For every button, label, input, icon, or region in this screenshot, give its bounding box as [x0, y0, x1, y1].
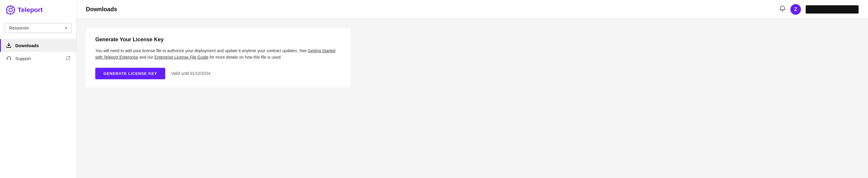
headset-icon — [6, 55, 12, 61]
card-description: You will need to add your license file t… — [95, 47, 341, 61]
chevron-down-icon: ▾ — [65, 26, 67, 30]
description-text-1: You will need to add your license file t… — [95, 48, 308, 53]
svg-rect-10 — [7, 58, 8, 60]
resources-dropdown-label: Resources — [9, 26, 29, 30]
svg-rect-3 — [10, 13, 11, 15]
description-text-3: for more details on how this file is use… — [209, 55, 282, 59]
valid-until-text: Valid until 01/12/2024 — [171, 71, 211, 76]
svg-rect-2 — [10, 6, 11, 7]
sidebar-navigation: Downloads Support — [0, 39, 76, 65]
external-link-icon — [66, 56, 70, 61]
svg-point-1 — [9, 8, 12, 12]
svg-rect-4 — [6, 10, 8, 10]
user-avatar[interactable]: Z — [790, 4, 801, 15]
header-right: Z — [779, 4, 859, 15]
sidebar-item-downloads-label: Downloads — [15, 43, 39, 48]
notifications-bell-icon[interactable] — [779, 5, 786, 13]
enterprise-license-link[interactable]: Enterprise License File Guide — [154, 55, 209, 59]
sidebar-item-support[interactable]: Support — [0, 52, 76, 65]
sidebar: Teleport Resources ▾ Downloads — [0, 0, 76, 178]
content-area: Generate Your License Key You will need … — [76, 19, 868, 178]
main-content: Downloads Z Generate Your License Key Yo… — [76, 0, 868, 178]
resources-dropdown[interactable]: Resources ▾ — [5, 23, 71, 33]
sidebar-item-support-label: Support — [15, 56, 31, 61]
license-card: Generate Your License Key You will need … — [86, 28, 350, 87]
description-text-2: and our — [138, 55, 154, 59]
page-title: Downloads — [86, 6, 117, 13]
header: Downloads Z — [76, 0, 868, 19]
svg-rect-11 — [10, 58, 11, 60]
redacted-user-info — [806, 5, 859, 14]
download-icon — [6, 43, 12, 48]
sidebar-item-downloads[interactable]: Downloads — [0, 39, 76, 52]
logo-area: Teleport — [0, 0, 76, 20]
card-title: Generate Your License Key — [95, 36, 341, 43]
teleport-logo-icon — [6, 5, 15, 15]
svg-rect-5 — [13, 10, 15, 10]
logo-text: Teleport — [18, 6, 43, 14]
action-row: GENERATE LICENSE KEY Valid until 01/12/2… — [95, 68, 341, 79]
generate-license-key-button[interactable]: GENERATE LICENSE KEY — [95, 68, 165, 79]
